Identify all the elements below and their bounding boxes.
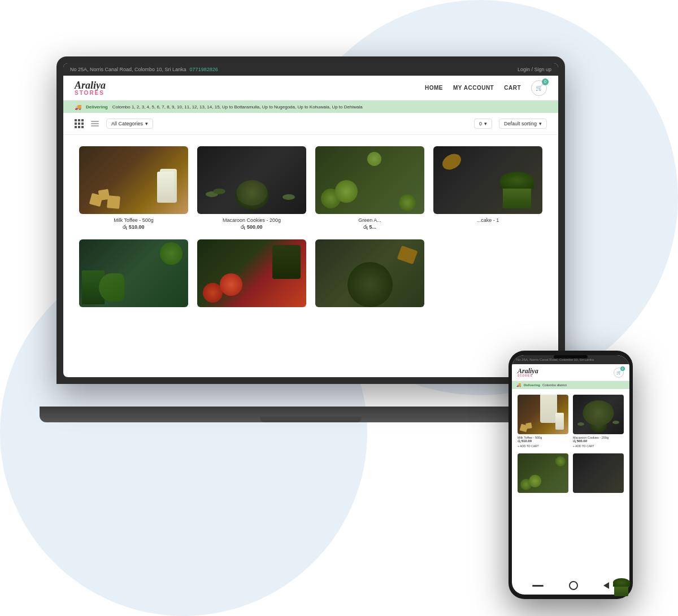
product-name-matcha: ...cake - 1 [433, 217, 542, 223]
product-price-milk-toffee: රු 510.00 [79, 224, 188, 230]
product-name-macaroon: Macaroon Cookies - 200g [197, 217, 306, 223]
phone-product-card-matcha-2[interactable] [571, 451, 626, 495]
product-image-green-apple [315, 146, 424, 214]
phone-cart-badge: 0 [620, 366, 625, 371]
product-image-milk-toffee [79, 146, 188, 214]
category-chevron: ▾ [145, 121, 148, 126]
product-card-greens[interactable] [75, 235, 193, 312]
phone-cart-icon: 🛒 [616, 370, 621, 375]
phone-product-price-macaroon: රු 500.00 [573, 439, 624, 443]
product-card-milk-toffee[interactable]: Milk Toffee - 500g රු 510.00 [75, 142, 193, 235]
list-view-icon [91, 121, 99, 126]
product-card-sauce[interactable] [311, 235, 429, 312]
product-price-green-apple: රු 5... [315, 224, 424, 230]
phone-brand-stores: STORES [518, 374, 538, 377]
cart-icon-button[interactable]: 🛒 0 [531, 80, 547, 96]
product-image-macaroon [197, 146, 306, 214]
grid-view-icon [75, 119, 84, 128]
cart-icon: 🛒 [536, 85, 542, 91]
laptop-frame: No 25A, Norris Canal Road, Colombo 10, S… [56, 56, 565, 407]
phone-bottom-nav [512, 579, 629, 592]
nav-home[interactable]: HOME [425, 85, 443, 91]
brand-logo[interactable]: Araliya STORES [75, 80, 106, 96]
phone-delivery-area: Colombo district [542, 383, 567, 387]
delivery-areas-text: Colombo 1, 2, 3, 4, 5, 6, 7, 8, 9, 10, 1… [112, 104, 363, 110]
phone-screen: No 25A, Norris Canal Road, Colombo 10, S… [512, 355, 629, 595]
product-image-matcha [433, 146, 542, 214]
phone-product-image-green-apple-2 [518, 453, 568, 493]
brand-name: Araliya [75, 80, 106, 90]
brand-stores-label: STORES [75, 90, 106, 96]
phone-product-image-macaroon [573, 395, 624, 434]
phone-nav-back-button[interactable] [603, 582, 609, 589]
laptop-mockup: No 25A, Norris Canal Road, Colombo 10, S… [56, 56, 565, 452]
phone-brand-logo[interactable]: Araliya STORES [518, 368, 538, 377]
topbar-phone[interactable]: 0771982826 [190, 67, 218, 72]
nav-cart-label[interactable]: CART [504, 85, 521, 91]
product-image-tomato [197, 239, 306, 307]
nav-my-account[interactable]: MY ACCOUNT [453, 85, 494, 91]
product-name-green-apple: Green A... [315, 217, 424, 223]
sort-dropdown[interactable]: Default sorting ▾ [499, 119, 547, 129]
phone-nav-home-button[interactable] [569, 581, 578, 590]
product-card-green-apple[interactable]: Green A... රු 5... [311, 142, 429, 235]
product-name-milk-toffee: Milk Toffee - 500g [79, 217, 188, 223]
phone-navbar: Araliya STORES 🛒 0 [512, 364, 629, 381]
phone-cart-button[interactable]: 🛒 0 [614, 368, 624, 378]
count-label: 0 [479, 121, 482, 126]
phone-delivery-bar: 🚚 Delivering Colombo district [512, 381, 629, 389]
screen-navbar: Araliya STORES HOME MY ACCOUNT CART 🛒 0 [63, 76, 558, 101]
laptop-base [40, 407, 582, 422]
phone-product-card-milk-toffee[interactable]: Milk Toffee - 500g රු 510.00 + ADD TO CA… [515, 392, 571, 451]
nav-links: HOME MY ACCOUNT CART 🛒 0 [425, 80, 547, 96]
phone-product-grid: Milk Toffee - 500g රු 510.00 + ADD TO CA… [512, 389, 629, 499]
delivery-truck-icon: 🚚 [75, 104, 81, 110]
delivery-bar: 🚚 Delivering Colombo 1, 2, 3, 4, 5, 6, 7… [63, 101, 558, 113]
phone-nav-menu-button[interactable] [532, 585, 544, 587]
product-image-greens [79, 239, 188, 307]
phone-delivering-label: Delivering [524, 383, 540, 387]
phone-product-image-matcha-2 [573, 453, 624, 493]
phone-product-card-green-apple-2[interactable] [515, 451, 571, 495]
screen-topbar: No 25A, Norris Canal Road, Colombo 10, S… [63, 63, 558, 76]
cart-badge-count: 0 [542, 78, 549, 85]
product-card-macaroon[interactable]: Macaroon Cookies - 200g රු 500.00 [193, 142, 311, 235]
list-view-button[interactable] [90, 119, 99, 128]
category-label: All Categories [111, 121, 143, 126]
delivering-label: Delivering [86, 104, 108, 110]
product-image-sauce [315, 239, 424, 307]
filters-right: 0 ▾ Default sorting ▾ [474, 119, 547, 129]
topbar-address: No 25A, Norris Canal Road, Colombo 10, S… [70, 67, 186, 72]
count-chevron: ▾ [484, 121, 487, 126]
phone-product-image-milk-toffee [518, 395, 568, 434]
phone-product-card-macaroon[interactable]: Macaroon Cookies - 200g රු 500.00 + ADD … [571, 392, 626, 451]
phone-add-to-cart-macaroon[interactable]: + ADD TO CART [573, 443, 594, 449]
count-dropdown[interactable]: 0 ▾ [474, 119, 492, 129]
filters-bar: All Categories ▾ 0 ▾ Default sorting ▾ [63, 113, 558, 135]
category-dropdown[interactable]: All Categories ▾ [106, 119, 153, 129]
grid-view-button[interactable] [75, 119, 84, 128]
product-price-macaroon: රු 500.00 [197, 224, 306, 230]
product-card-matcha[interactable]: ...cake - 1 [429, 142, 547, 235]
phone-notch [554, 355, 588, 359]
phone-add-to-cart-milk-toffee[interactable]: + ADD TO CART [518, 443, 539, 449]
phone-mockup: No 25A, Norris Canal Road, Colombo 10, S… [508, 351, 633, 599]
phone-delivery-truck-icon: 🚚 [516, 383, 521, 387]
phone-product-price-milk-toffee: රු 510.00 [518, 439, 568, 443]
laptop-screen: No 25A, Norris Canal Road, Colombo 10, S… [63, 63, 558, 377]
topbar-login[interactable]: Login / Sign up [518, 67, 551, 72]
sort-chevron: ▾ [539, 121, 542, 126]
phone-frame: No 25A, Norris Canal Road, Colombo 10, S… [508, 351, 633, 599]
product-grid: Milk Toffee - 500g රු 510.00 Macaroon Co… [63, 135, 558, 318]
laptop-body: No 25A, Norris Canal Road, Colombo 10, S… [56, 56, 565, 384]
sort-label: Default sorting [504, 121, 537, 126]
product-card-tomato[interactable] [193, 235, 311, 312]
